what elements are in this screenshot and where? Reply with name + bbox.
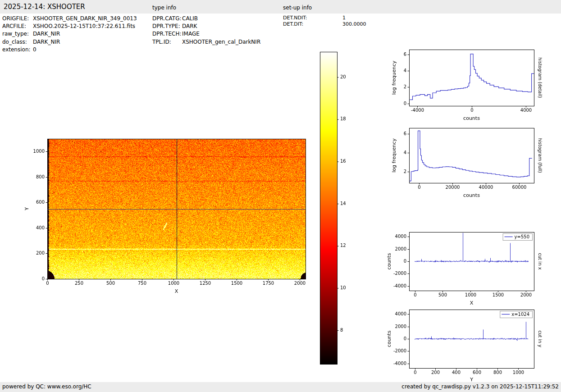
histogram-full-plot bbox=[385, 123, 561, 204]
meta-value: DARK bbox=[182, 23, 197, 29]
footer-bar: powered by QC: www.eso.org/HC created by… bbox=[0, 382, 561, 392]
header-bar: 2025-12-14: XSHOOTER type info set-up in… bbox=[0, 0, 561, 14]
meta-row: do_class:DARK_NIR bbox=[2, 38, 137, 46]
meta-value: XSHOOTER_GEN_DARK_NIR_349_0013 bbox=[33, 15, 137, 22]
colorbar bbox=[318, 49, 358, 366]
setup-info-block: DET.NDIT:1 DET.DIT:300.0000 bbox=[283, 15, 366, 27]
meta-label: ARCFILE: bbox=[2, 23, 33, 30]
meta-value: XSHOOTER_gen_cal_DarkNIR bbox=[182, 39, 260, 45]
footer-powered-by: powered by QC: www.eso.org/HC bbox=[2, 383, 91, 390]
file-metadata-block: ORIGFILE:XSHOOTER_GEN_DARK_NIR_349_0013 … bbox=[2, 15, 137, 54]
meta-label: DPR.CATG: bbox=[152, 15, 182, 23]
qc-report-page: 2025-12-14: XSHOOTER type info set-up in… bbox=[0, 0, 561, 392]
setup-info-heading: set-up info bbox=[283, 5, 312, 11]
meta-label: DPR.TECH: bbox=[152, 30, 182, 38]
meta-row: DPR.CATG:CALIB bbox=[152, 15, 260, 23]
meta-value: XSHOO.2025-12-15T10:37:22.611.fits bbox=[33, 23, 135, 29]
meta-value: DARK_NIR bbox=[33, 31, 60, 37]
meta-label: DPR.TYPE: bbox=[152, 23, 182, 30]
meta-label: raw_type: bbox=[2, 30, 33, 38]
histogram-detail-plot bbox=[385, 45, 561, 126]
meta-value: IMAGE bbox=[182, 31, 200, 37]
meta-row: DET.NDIT:1 bbox=[283, 15, 366, 21]
type-info-block: DPR.CATG:CALIB DPR.TYPE:DARK DPR.TECH:IM… bbox=[152, 15, 260, 46]
meta-value: 1 bbox=[342, 15, 346, 21]
meta-row: TPL.ID:XSHOOTER_gen_cal_DarkNIR bbox=[152, 38, 260, 46]
meta-value: CALIB bbox=[182, 15, 198, 22]
meta-row: DPR.TYPE:DARK bbox=[152, 23, 260, 30]
meta-label: TPL.ID: bbox=[152, 38, 182, 46]
meta-label: do_class: bbox=[2, 38, 33, 46]
cut-in-x-plot bbox=[385, 228, 561, 309]
meta-row: extension:0 bbox=[2, 46, 137, 54]
meta-label: DET.NDIT: bbox=[283, 15, 342, 21]
meta-row: DET.DIT:300.0000 bbox=[283, 21, 366, 27]
type-info-heading: type info bbox=[152, 5, 176, 11]
meta-row: ARCFILE:XSHOO.2025-12-15T10:37:22.611.fi… bbox=[2, 23, 137, 30]
meta-label: DET.DIT: bbox=[283, 21, 342, 27]
meta-value: 0 bbox=[33, 46, 36, 53]
meta-row: ORIGFILE:XSHOOTER_GEN_DARK_NIR_349_0013 bbox=[2, 15, 137, 23]
page-title: 2025-12-14: XSHOOTER bbox=[4, 3, 85, 11]
dark-frame-heatmap bbox=[18, 133, 315, 302]
meta-value: 300.0000 bbox=[342, 21, 366, 27]
meta-row: DPR.TECH:IMAGE bbox=[152, 30, 260, 38]
meta-value: DARK_NIR bbox=[33, 39, 60, 45]
footer-created-by: created by qc_rawdisp.py v1.2.3 on 2025-… bbox=[401, 383, 559, 390]
meta-label: extension: bbox=[2, 46, 33, 54]
cut-in-y-plot bbox=[385, 305, 561, 382]
meta-row: raw_type:DARK_NIR bbox=[2, 30, 137, 38]
meta-label: ORIGFILE: bbox=[2, 15, 33, 23]
